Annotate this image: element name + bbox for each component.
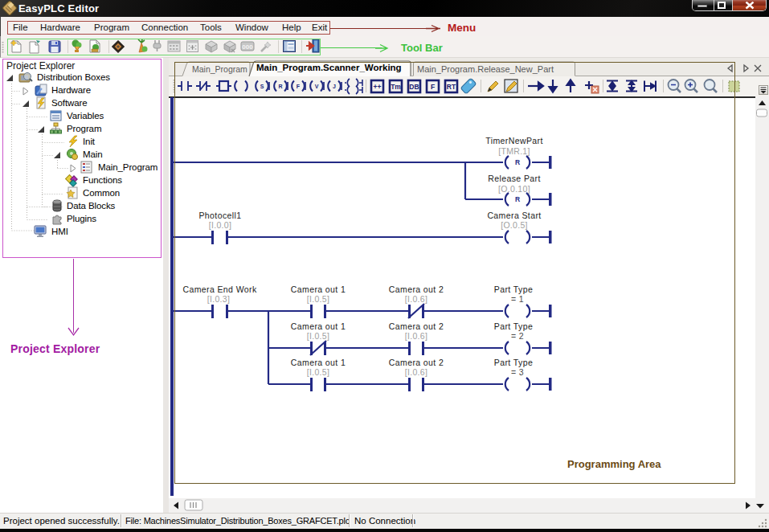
svg-text:S: S — [260, 84, 264, 89]
svg-text:J: J — [333, 84, 336, 89]
svg-text:Part Type: Part Type — [494, 284, 533, 294]
svg-text:++: ++ — [374, 83, 382, 91]
svg-text:[I.0.6]: [I.0.6] — [405, 367, 427, 377]
svg-text:Release Part: Release Part — [488, 174, 541, 183]
svg-text:[O.0.10]: [O.0.10] — [498, 184, 530, 194]
svg-text:[I.0.5]: [I.0.5] — [307, 367, 329, 377]
svg-text:= 2: = 2 — [511, 331, 524, 341]
svg-text:[I.0.5]: [I.0.5] — [307, 294, 329, 304]
svg-text:= 3: = 3 — [511, 367, 524, 377]
svg-text:DB: DB — [409, 83, 419, 91]
svg-text:Tm: Tm — [391, 83, 401, 91]
svg-text:Camera out 2: Camera out 2 — [389, 284, 444, 294]
svg-text:Camera out 1: Camera out 1 — [291, 358, 346, 367]
svg-text:RT: RT — [447, 83, 456, 91]
svg-text:V: V — [315, 84, 319, 89]
svg-text:[I.0.6]: [I.0.6] — [405, 331, 427, 341]
svg-text:[O.0.5]: [O.0.5] — [501, 220, 528, 230]
svg-text:Part Type: Part Type — [494, 358, 533, 367]
svg-text:[I.0.0]: [I.0.0] — [209, 220, 231, 230]
svg-text:[I.0.5]: [I.0.5] — [307, 331, 329, 341]
svg-text:F: F — [431, 83, 435, 91]
svg-text:Camera Start: Camera Start — [487, 211, 541, 220]
svg-text:Camera out 2: Camera out 2 — [389, 321, 444, 331]
svg-text:Photocell1: Photocell1 — [198, 211, 241, 220]
svg-text:[I.0.6]: [I.0.6] — [405, 294, 427, 304]
svg-text:R: R — [278, 84, 282, 89]
svg-text:R: R — [515, 158, 520, 166]
svg-text:F: F — [297, 84, 301, 89]
svg-text:Camera out 1: Camera out 1 — [291, 284, 346, 294]
svg-text:Camera out 1: Camera out 1 — [291, 321, 346, 331]
svg-text:TimerNewPart: TimerNewPart — [485, 136, 543, 145]
svg-text:Part Type: Part Type — [494, 321, 533, 331]
svg-text:= 1: = 1 — [511, 294, 524, 304]
svg-text:Camera End Work: Camera End Work — [182, 284, 257, 294]
svg-text:Camera out 2: Camera out 2 — [389, 358, 444, 367]
svg-text:[TMR.1]: [TMR.1] — [498, 146, 530, 156]
svg-text:R: R — [515, 195, 520, 203]
svg-text:[I.0.3]: [I.0.3] — [207, 294, 230, 304]
